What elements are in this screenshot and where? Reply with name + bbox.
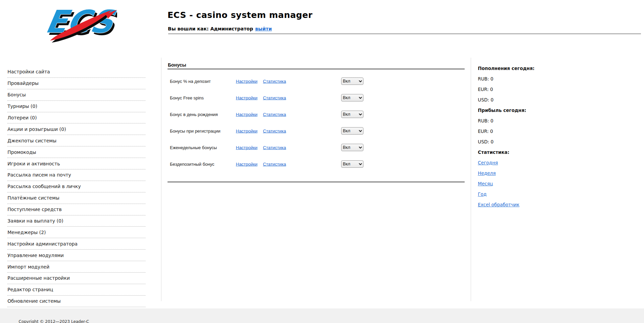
bonus-settings-link[interactable]: Настройки bbox=[236, 128, 258, 133]
statistics-title: Статистика: bbox=[478, 147, 579, 157]
sidebar-item[interactable]: Игроки и активность bbox=[7, 158, 146, 169]
statistics-link-row: Неделя bbox=[478, 168, 579, 178]
bonus-label: Бонус % на депозит bbox=[170, 78, 211, 84]
bonus-statistics-link[interactable]: Статистика bbox=[263, 112, 286, 117]
bonus-settings-link[interactable]: Настройки bbox=[236, 112, 258, 117]
sidebar-item[interactable]: Настройки администратора bbox=[7, 238, 146, 250]
sidebar-item[interactable]: Акции и розыгрыши (0) bbox=[7, 123, 146, 135]
bonus-row: Бонусы при регистрации Настройки Статист… bbox=[168, 122, 465, 139]
sidebar-item-label: Поступление средств bbox=[7, 207, 62, 212]
bonus-statistics-link[interactable]: Статистика bbox=[263, 95, 286, 100]
statistics-link-row: Excel обработчик bbox=[478, 199, 579, 210]
sidebar-item-label: Импорт модулей bbox=[7, 264, 49, 270]
bonus-settings-link[interactable]: Настройки bbox=[236, 78, 258, 84]
sidebar-item-label: Обновление системы bbox=[7, 298, 61, 304]
login-status-text: Вы вошли как: Администратор bbox=[168, 26, 253, 31]
deposit-value: RUB: 0 bbox=[478, 73, 579, 84]
sidebar-item-label: Расширенные настройки bbox=[7, 275, 70, 281]
sidebar-item-label: Джекпоты системы bbox=[7, 138, 57, 143]
bonus-state-select[interactable]: Вкл bbox=[341, 77, 363, 85]
sidebar-item[interactable]: Поступление средств bbox=[7, 204, 146, 215]
heading-underline bbox=[168, 69, 465, 69]
bonus-state-select[interactable]: Вкл bbox=[341, 127, 363, 135]
header-divider bbox=[168, 33, 641, 34]
deposit-value: USD: 0 bbox=[478, 94, 579, 105]
bonus-label: Бездепозитный бонус bbox=[170, 161, 214, 166]
page-title: ECS - casino system manager bbox=[168, 10, 312, 20]
sidebar-item-label: Редактор страниц bbox=[7, 287, 53, 292]
bonus-label: Бонус в день рождения bbox=[170, 112, 218, 117]
statistics-link-row: Год bbox=[478, 189, 579, 199]
profit-value: EUR: 0 bbox=[478, 126, 579, 136]
profit-value: RUB: 0 bbox=[478, 115, 579, 126]
bonus-row: Бездепозитный бонус Настройки Статистика… bbox=[168, 156, 465, 172]
statistics-link-row: Сегодня bbox=[478, 157, 579, 168]
bonus-settings-link[interactable]: Настройки bbox=[236, 145, 258, 150]
section-bottom-line bbox=[168, 182, 465, 182]
sidebar-item[interactable]: Редактор страниц bbox=[7, 284, 146, 296]
statistics-link-row: Месяц bbox=[478, 178, 579, 189]
sidebar-item-label: Промокоды bbox=[7, 149, 36, 155]
bonus-rows: Бонус % на депозит Настройки Статистика … bbox=[168, 73, 465, 172]
sidebar-item[interactable]: Бонусы bbox=[7, 89, 146, 101]
sidebar-item[interactable]: Расширенные настройки bbox=[7, 273, 146, 284]
sidebar-item[interactable]: Импорт модулей bbox=[7, 261, 146, 273]
bonus-statistics-link[interactable]: Статистика bbox=[263, 78, 286, 84]
sidebar-item-label: Менеджеры (2) bbox=[7, 230, 46, 235]
bonus-state-select[interactable]: Вкл bbox=[341, 160, 363, 168]
profit-today-title: Прибыль сегодня: bbox=[478, 105, 579, 115]
statistics-link[interactable]: Неделя bbox=[478, 170, 496, 176]
deposits-today-title: Пополнения сегодня: bbox=[478, 63, 579, 73]
sidebar-item[interactable]: Заявки на выплату (0) bbox=[7, 215, 146, 227]
sidebar-item-label: Акции и розыгрыши (0) bbox=[7, 126, 66, 132]
bonus-statistics-link[interactable]: Статистика bbox=[263, 145, 286, 150]
sidebar-item-label: Рассылка сообщений в личку bbox=[7, 184, 81, 189]
sidebar-item[interactable]: Рассылка писем на почту bbox=[7, 169, 146, 181]
sidebar-item-label: Рассылка писем на почту bbox=[7, 172, 71, 178]
sidebar-item-label: Настройки сайта bbox=[7, 69, 50, 74]
sidebar-item[interactable]: Лотереи (0) bbox=[7, 112, 146, 124]
sidebar-item[interactable]: Обновление системы bbox=[7, 296, 146, 307]
bonus-row: Бонус в день рождения Настройки Статисти… bbox=[168, 106, 465, 122]
logout-link[interactable]: выйти bbox=[255, 26, 272, 31]
sidebar-item[interactable]: Турниры (0) bbox=[7, 101, 146, 112]
bonus-state-select[interactable]: Вкл bbox=[341, 94, 363, 101]
bonus-state-select[interactable]: Вкл bbox=[341, 111, 363, 118]
bonus-label: Еженедельные бонусы bbox=[170, 145, 217, 150]
sidebar-item[interactable]: Провайдеры bbox=[7, 78, 146, 89]
bonus-row: Бонус Free spins Настройки Статистика Вк… bbox=[168, 89, 465, 106]
ecs-logo: ECS ECS bbox=[39, 3, 117, 43]
profit-value: USD: 0 bbox=[478, 136, 579, 147]
bonus-settings-link[interactable]: Настройки bbox=[236, 95, 258, 100]
sidebar-item-label: Игроки и активность bbox=[7, 161, 60, 166]
statistics-link[interactable]: Excel обработчик bbox=[478, 202, 519, 207]
sidebar-item-label: Платёжные системы bbox=[7, 195, 60, 201]
sidebar-item[interactable]: Рассылка сообщений в личку bbox=[7, 181, 146, 192]
bonus-row: Бонус % на депозит Настройки Статистика … bbox=[168, 73, 465, 89]
logo-main-text: ECS bbox=[43, 4, 117, 40]
sidebar-item-label: Бонусы bbox=[7, 92, 26, 97]
statistics-link[interactable]: Год bbox=[478, 191, 487, 197]
bonus-state-select[interactable]: Вкл bbox=[341, 144, 363, 151]
sidebar-item-label: Провайдеры bbox=[7, 80, 39, 86]
copyright-text: Copyright © 2012—2023 Leader-C bbox=[19, 319, 89, 323]
bonus-settings-link[interactable]: Настройки bbox=[236, 161, 258, 166]
sidebar-item[interactable]: Менеджеры (2) bbox=[7, 227, 146, 238]
bonuses-heading: Бонусы bbox=[168, 62, 186, 68]
bonus-statistics-link[interactable]: Статистика bbox=[263, 161, 286, 166]
sidebar-item[interactable]: Настройки сайта bbox=[7, 66, 146, 78]
statistics-link[interactable]: Сегодня bbox=[478, 160, 498, 165]
header: ECS - casino system manager bbox=[168, 10, 312, 20]
deposit-value: EUR: 0 bbox=[478, 84, 579, 94]
sidebar-item[interactable]: Промокоды bbox=[7, 146, 146, 158]
statistics-link[interactable]: Месяц bbox=[478, 181, 493, 186]
bonus-label: Бонус Free spins bbox=[170, 95, 204, 100]
bonus-label: Бонусы при регистрации bbox=[170, 128, 220, 133]
sidebar-item-label: Лотереи (0) bbox=[7, 115, 37, 120]
bonus-statistics-link[interactable]: Статистика bbox=[263, 128, 286, 133]
sidebar-item[interactable]: Управление модулями bbox=[7, 250, 146, 261]
sidebar-item[interactable]: Джекпоты системы bbox=[7, 135, 146, 146]
footer: Copyright © 2012—2023 Leader-C bbox=[0, 308, 644, 323]
sidebar-item-label: Настройки администратора bbox=[7, 241, 77, 247]
sidebar-item[interactable]: Платёжные системы bbox=[7, 192, 146, 204]
